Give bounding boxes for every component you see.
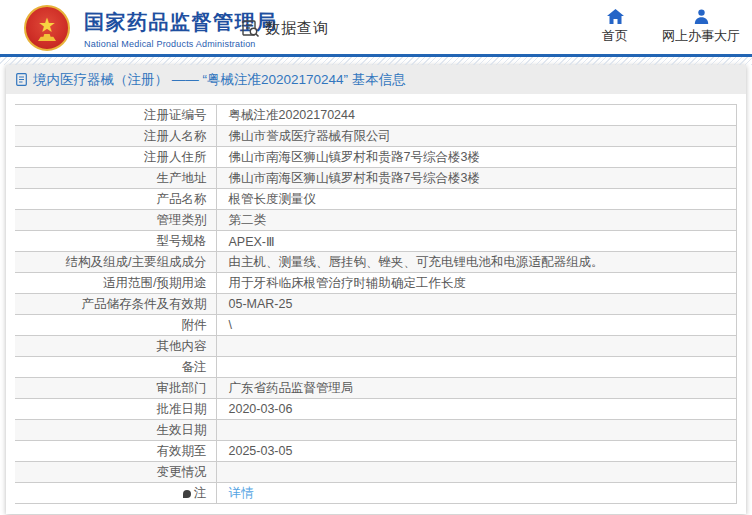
- data-query-button[interactable]: 数据查询: [241, 19, 329, 38]
- row-value: [216, 420, 737, 441]
- content-panel: 境内医疗器械（注册） —— “粤械注准20202170244” 基本信息 注册证…: [6, 65, 746, 514]
- home-icon: [607, 9, 624, 24]
- row-label: 附件: [15, 315, 216, 336]
- row-value: [216, 357, 737, 378]
- row-label: 管理类别: [15, 210, 216, 231]
- row-label: 其他内容: [15, 336, 216, 357]
- row-label: 批准日期: [15, 399, 216, 420]
- table-row: 生产地址佛山市南海区狮山镇罗村和贵路7号综合楼3楼: [15, 168, 737, 189]
- row-label: 产品名称: [15, 189, 216, 210]
- nav-service-hall-label: 网上办事大厅: [662, 27, 740, 45]
- table-row: 型号规格APEX-Ⅲ: [15, 231, 737, 252]
- page-title-bar: 境内医疗器械（注册） —— “粤械注准20202170244” 基本信息: [6, 65, 746, 94]
- registration-info-table: 注册证编号粤械注准20202170244 注册人名称佛山市誉成医疗器械有限公司 …: [15, 104, 737, 504]
- table-row: 其他内容: [15, 336, 737, 357]
- table-row: 有效期至2025-03-05: [15, 441, 737, 462]
- row-value: APEX-Ⅲ: [216, 231, 737, 252]
- row-value: \: [216, 315, 737, 336]
- table-row: 产品名称根管长度测量仪: [15, 189, 737, 210]
- row-value: 佛山市南海区狮山镇罗村和贵路7号综合楼3楼: [216, 168, 737, 189]
- row-value: 2025-03-05: [216, 441, 737, 462]
- row-label: 结构及组成/主要组成成分: [15, 252, 216, 273]
- table-row: 注册人住所佛山市南海区狮山镇罗村和贵路7号综合楼3楼: [15, 147, 737, 168]
- row-label: 注册人名称: [15, 126, 216, 147]
- row-value: 粤械注准20202170244: [216, 105, 737, 126]
- row-label: 变更情况: [15, 462, 216, 483]
- row-value: 05-MAR-25: [216, 294, 737, 315]
- page-title: 境内医疗器械（注册） —— “粤械注准20202170244” 基本信息: [33, 71, 406, 89]
- top-nav: 首页 网上办事大厅: [602, 9, 740, 45]
- row-label: 有效期至: [15, 441, 216, 462]
- nav-service-hall[interactable]: 网上办事大厅: [662, 9, 740, 45]
- row-value: [216, 336, 737, 357]
- row-label: 产品储存条件及有效期: [15, 294, 216, 315]
- row-value: 详情: [216, 483, 737, 504]
- table-row: 结构及组成/主要组成成分由主机、测量线、唇挂钩、锉夹、可充电锂电池和电源适配器组…: [15, 252, 737, 273]
- row-value: [216, 462, 737, 483]
- document-icon: [16, 73, 27, 86]
- site-header: ★ 国家药品监督管理局 National Medical Products Ad…: [0, 0, 752, 57]
- nav-home-label: 首页: [602, 27, 628, 45]
- row-label: 审批部门: [15, 378, 216, 399]
- table-row: 变更情况: [15, 462, 737, 483]
- table-row: 附件\: [15, 315, 737, 336]
- row-value: 2020-03-06: [216, 399, 737, 420]
- row-label: 注册证编号: [15, 105, 216, 126]
- emblem-star-icon: ★: [38, 15, 56, 35]
- row-value: 用于牙科临床根管治疗时辅助确定工作长度: [216, 273, 737, 294]
- row-value: 由主机、测量线、唇挂钩、锉夹、可充电锂电池和电源适配器组成。: [216, 252, 737, 273]
- person-icon: [694, 9, 709, 24]
- table-row: 批准日期2020-03-06: [15, 399, 737, 420]
- agency-name-en: National Medical Products Administration: [84, 39, 278, 49]
- nav-home[interactable]: 首页: [602, 9, 628, 45]
- table-row: 审批部门广东省药品监督管理局: [15, 378, 737, 399]
- table-row: 注册人名称佛山市誉成医疗器械有限公司: [15, 126, 737, 147]
- data-query-label: 数据查询: [265, 19, 329, 38]
- details-link[interactable]: 详情: [229, 486, 254, 500]
- row-label: 型号规格: [15, 231, 216, 252]
- table-row: 注册证编号粤械注准20202170244: [15, 105, 737, 126]
- row-value: 佛山市南海区狮山镇罗村和贵路7号综合楼3楼: [216, 147, 737, 168]
- row-label: 适用范围/预期用途: [15, 273, 216, 294]
- table-row: 管理类别第二类: [15, 210, 737, 231]
- national-emblem-logo: ★: [24, 5, 70, 51]
- row-label: 生效日期: [15, 420, 216, 441]
- row-label: 注: [15, 483, 216, 504]
- table-row: 生效日期: [15, 420, 737, 441]
- table-row: 适用范围/预期用途用于牙科临床根管治疗时辅助确定工作长度: [15, 273, 737, 294]
- row-value: 广东省药品监督管理局: [216, 378, 737, 399]
- table-row: 备注: [15, 357, 737, 378]
- row-label: 生产地址: [15, 168, 216, 189]
- row-value: 根管长度测量仪: [216, 189, 737, 210]
- diagonal-texture-strip: [0, 57, 752, 65]
- note-balloon-icon: [183, 490, 191, 498]
- table-row-note: 注 详情: [15, 483, 737, 504]
- data-query-icon: [241, 19, 260, 38]
- row-label: 备注: [15, 357, 216, 378]
- table-row: 产品储存条件及有效期05-MAR-25: [15, 294, 737, 315]
- row-value: 第二类: [216, 210, 737, 231]
- row-value: 佛山市誉成医疗器械有限公司: [216, 126, 737, 147]
- row-label: 注册人住所: [15, 147, 216, 168]
